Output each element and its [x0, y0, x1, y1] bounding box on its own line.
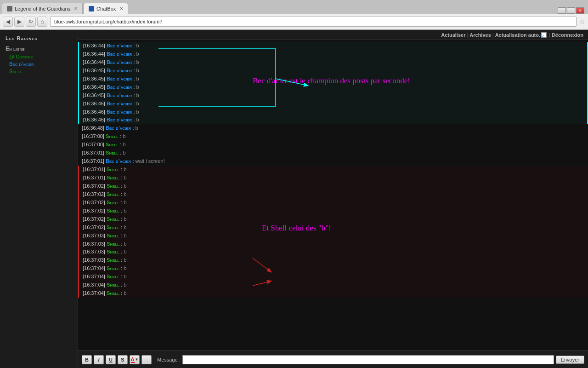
colon: : — [132, 84, 136, 90]
message-text: b — [124, 208, 126, 213]
minimize-button[interactable]: ─ — [558, 7, 566, 14]
chat-row: [16:36:44] Bec d'acier : b — [78, 42, 588, 50]
sidebar-link-bec[interactable]: Bec d'acier — [0, 60, 78, 68]
chat-row: [16:36:46] Bec d'acier : b — [78, 116, 588, 124]
username[interactable]: Shell — [107, 167, 119, 172]
right-content: Actualiser | Archives | Actualisation au… — [78, 30, 588, 368]
send-button[interactable]: Envoyer — [556, 356, 584, 364]
username[interactable]: Bec d'acier — [107, 84, 132, 90]
timestamp: [16:36:45] — [83, 92, 105, 98]
message-text: b — [136, 68, 139, 73]
username[interactable]: Bec d'acier — [107, 101, 132, 106]
timestamp: [16:37:02] — [83, 208, 105, 213]
tab-legend[interactable]: Legend of the Guardians ✕ — [2, 3, 83, 14]
message-text: b — [124, 175, 126, 180]
actualiser-link[interactable]: Actualiser — [441, 32, 465, 38]
username[interactable]: Shell — [107, 200, 119, 205]
username[interactable]: Bec d'acier — [107, 117, 132, 122]
timestamp: [16:37:02] — [83, 216, 105, 222]
username[interactable]: Bec d'acier — [106, 158, 131, 164]
tab-close-chatbox[interactable]: ✕ — [119, 6, 123, 11]
browser-chrome: Legend of the Guardians ✕ ChatBox ✕ ─ □ … — [0, 0, 588, 30]
username[interactable]: Bec d'acier — [107, 68, 132, 73]
timestamp: [16:37:04] — [83, 274, 105, 279]
chat-row: [16:37:01] Bec d'acier : wait i screen! — [78, 157, 588, 166]
username[interactable]: Shell — [107, 233, 119, 238]
chat-row: [16:37:02] Shell : b — [78, 224, 588, 232]
refresh-button[interactable]: ↻ — [26, 17, 36, 27]
username[interactable]: Bec d'acier — [107, 109, 132, 115]
back-button[interactable]: ◀ — [3, 17, 13, 27]
chat-row: [16:37:03] Shell : b — [78, 248, 588, 256]
tab-chatbox[interactable]: ChatBox ✕ — [84, 3, 128, 14]
maximize-button[interactable]: □ — [567, 7, 575, 14]
username[interactable]: Shell — [107, 257, 119, 263]
timestamp: [16:36:44] — [83, 59, 105, 65]
sidebar-title: Les Racines — [0, 34, 78, 45]
close-button[interactable]: ✕ — [576, 7, 584, 14]
message-text: b — [123, 133, 125, 139]
auto-refresh-checkbox[interactable]: ✓ — [541, 32, 547, 38]
username[interactable]: Shell — [107, 282, 119, 288]
timestamp: [16:37:04] — [83, 265, 105, 271]
home-button[interactable]: ⌂ — [37, 17, 47, 27]
timestamp: [16:37:01] — [83, 175, 105, 180]
address-bar[interactable]: blue-owls.forumgratuit.org/chatbox/index… — [50, 17, 577, 27]
message-text: b — [124, 265, 126, 271]
underline-button[interactable]: U — [106, 355, 116, 364]
username[interactable]: Bec d'acier — [107, 92, 132, 98]
message-input[interactable] — [182, 355, 554, 364]
timestamp: [16:37:03] — [83, 241, 105, 247]
username[interactable]: Shell — [107, 265, 119, 271]
username[interactable]: Bec d'acier — [106, 125, 131, 131]
username[interactable]: Shell — [107, 224, 119, 230]
colon: : — [132, 109, 136, 115]
colon: : — [132, 92, 136, 98]
archives-link[interactable]: Archives — [469, 32, 491, 38]
message-text: b — [123, 150, 125, 155]
emoji-button[interactable]: ☺ — [141, 355, 152, 364]
username[interactable]: Shell — [106, 150, 119, 155]
username[interactable]: Shell — [107, 183, 119, 189]
timestamp: [16:36:45] — [83, 76, 105, 81]
chat-row: [16:37:01] Shell : b — [78, 149, 588, 157]
username[interactable]: Shell — [107, 175, 119, 180]
username[interactable]: Bec d'acier — [107, 59, 132, 65]
username[interactable]: Shell — [107, 216, 119, 222]
chat-row: [16:37:01] Shell : b — [78, 166, 588, 174]
chat-area[interactable]: [16:36:44] Bec d'acier : b[16:36:44] Bec… — [78, 40, 588, 350]
username[interactable]: Shell — [107, 241, 119, 247]
username[interactable]: Shell — [107, 208, 119, 213]
bookmark-star[interactable]: ☆ — [579, 18, 585, 25]
chat-row: [16:37:03] Shell : b — [78, 240, 588, 248]
tab-close-legend[interactable]: ✕ — [74, 6, 78, 11]
forward-button[interactable]: ▶ — [14, 17, 24, 27]
message-text: b — [124, 191, 126, 197]
username[interactable]: Shell — [107, 274, 119, 279]
colon: : — [132, 76, 136, 81]
strikethrough-button[interactable]: S — [118, 355, 128, 364]
username[interactable]: Bec d'acier — [107, 76, 132, 81]
message-text: b — [124, 249, 126, 254]
sidebar-link-shell[interactable]: Shell — [0, 68, 78, 75]
timestamp: [16:37:03] — [83, 249, 105, 254]
italic-button[interactable]: I — [94, 355, 104, 364]
chat-row: [16:36:48] Bec d'acier : b — [78, 124, 588, 132]
username[interactable]: Shell — [107, 290, 119, 296]
username[interactable]: Bec d'acier — [107, 51, 132, 57]
sidebar-link-corone[interactable]: @ Corone — [0, 53, 78, 60]
timestamp: [16:37:02] — [83, 183, 105, 189]
username[interactable]: Shell — [106, 142, 119, 147]
deconnexion-link[interactable]: Déconnexion — [552, 32, 583, 38]
username[interactable]: Shell — [107, 249, 119, 254]
bold-button[interactable]: B — [82, 355, 92, 364]
message-text: b — [124, 233, 126, 238]
message-text: b — [136, 92, 139, 98]
color-button[interactable]: A ▼ — [130, 355, 140, 364]
chat-row: [16:37:00] Shell : b — [78, 132, 588, 141]
username[interactable]: Bec d'acier — [107, 43, 132, 48]
chat-row: [16:37:04] Shell : b — [78, 264, 588, 273]
username[interactable]: Shell — [106, 133, 119, 139]
username[interactable]: Shell — [107, 191, 119, 197]
timestamp: [16:36:45] — [83, 68, 105, 73]
